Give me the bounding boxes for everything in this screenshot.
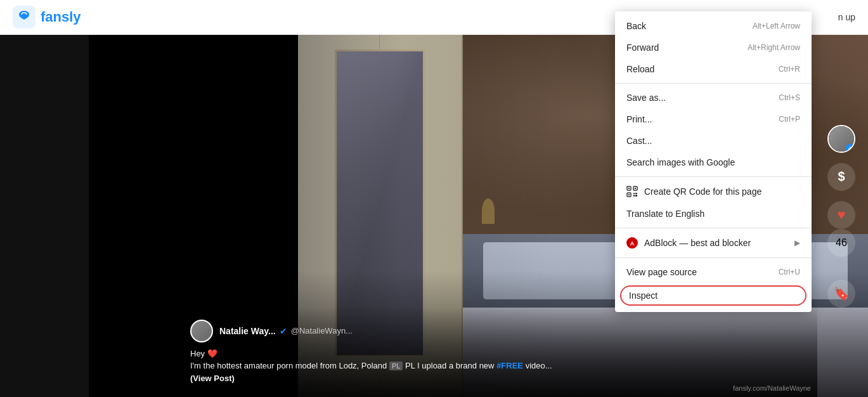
svg-rect-4 <box>635 188 636 189</box>
action-buttons: + $ ♥ 46 🔖 <box>827 125 855 308</box>
menu-item-print[interactable]: Print... Ctrl+P <box>615 108 812 130</box>
fansly-logo-icon <box>13 6 36 29</box>
qr-icon <box>626 186 638 197</box>
view-post[interactable]: (View Post) <box>190 372 805 385</box>
bookmark-button[interactable]: 🔖 <box>827 280 855 308</box>
menu-item-save-as[interactable]: Save as... Ctrl+S <box>615 87 812 108</box>
logo-text: fansly <box>41 9 81 25</box>
adblock-submenu-arrow: ▶ <box>794 238 800 247</box>
menu-label-create-qr: Create QR Code for this page <box>644 186 761 197</box>
sidebar-left <box>0 35 89 397</box>
menu-shortcut-save-as: Ctrl+S <box>779 93 800 102</box>
menu-item-back[interactable]: Back Alt+Left Arrow <box>615 15 812 37</box>
follow-badge: + <box>845 144 855 153</box>
menu-item-create-qr[interactable]: Create QR Code for this page <box>615 180 812 203</box>
hashtag-free: #FREE <box>496 361 523 370</box>
watermark: fansly.com/NatalieWayne <box>733 384 811 392</box>
svg-rect-7 <box>633 193 635 194</box>
menu-item-cast[interactable]: Cast... <box>615 130 812 152</box>
svg-text:A: A <box>630 240 635 247</box>
menu-label-cast: Cast... <box>626 136 652 146</box>
post-line1: Hey ❤️ <box>190 348 805 360</box>
user-name: Natalie Way... <box>219 326 276 336</box>
menu-item-reload[interactable]: Reload Ctrl+R <box>615 58 812 80</box>
user-avatar <box>190 320 213 342</box>
like-button[interactable]: ♥ <box>827 201 855 229</box>
menu-item-inspect[interactable]: Inspect <box>620 285 806 306</box>
menu-label-back: Back <box>626 21 646 31</box>
post-text: Hey ❤️ I'm the hottest amateur porn mode… <box>190 348 805 385</box>
menu-item-forward[interactable]: Forward Alt+Right Arrow <box>615 37 812 58</box>
menu-label-print: Print... <box>626 114 652 124</box>
tip-button[interactable]: $ <box>827 163 855 191</box>
menu-label-adblock: AdBlock — best ad blocker <box>644 238 751 248</box>
user-name-block: Natalie Way... ✔ @NatalieWayn... <box>219 326 353 336</box>
user-handle: @NatalieWayn... <box>291 326 353 335</box>
svg-rect-9 <box>633 195 635 197</box>
menu-item-left-qr: Create QR Code for this page <box>626 186 761 197</box>
svg-rect-8 <box>635 193 637 194</box>
user-info: Natalie Way... ✔ @NatalieWayn... <box>190 320 805 342</box>
dollar-icon: $ <box>838 169 845 184</box>
menu-shortcut-view-source: Ctrl+U <box>779 268 800 277</box>
menu-label-search-images: Search images with Google <box>626 157 735 167</box>
menu-item-translate[interactable]: Translate to English <box>615 203 812 225</box>
bottom-overlay: Natalie Way... ✔ @NatalieWayn... Hey ❤️ … <box>178 307 817 398</box>
menu-item-search-images[interactable]: Search images with Google <box>615 152 812 173</box>
menu-label-translate: Translate to English <box>626 209 704 219</box>
heart-icon: ♥ <box>837 207 845 223</box>
menu-label-view-source: View page source <box>626 267 697 277</box>
creator-avatar-button[interactable]: + <box>827 125 855 153</box>
bookmark-icon: 🔖 <box>834 286 850 301</box>
adblock-icon: A <box>626 237 638 249</box>
menu-label-forward: Forward <box>626 42 659 53</box>
menu-item-left-adblock: A AdBlock — best ad blocker <box>626 237 751 249</box>
menu-shortcut-forward: Alt+Right Arrow <box>748 43 800 52</box>
menu-shortcut-reload: Ctrl+R <box>779 65 800 74</box>
menu-label-save-as: Save as... <box>626 93 666 103</box>
like-count: 46 <box>827 229 855 257</box>
menu-shortcut-print: Ctrl+P <box>779 115 800 124</box>
menu-label-reload: Reload <box>626 64 654 74</box>
svg-rect-2 <box>628 188 630 189</box>
menu-divider-4 <box>615 257 812 258</box>
signup-text[interactable]: n up <box>838 12 855 22</box>
header-right: n up <box>838 12 855 22</box>
svg-rect-6 <box>628 194 630 195</box>
menu-item-adblock[interactable]: A AdBlock — best ad blocker ▶ <box>615 231 812 254</box>
verified-icon: ✔ <box>280 326 287 336</box>
menu-divider-1 <box>615 83 812 84</box>
svg-rect-10 <box>635 195 637 197</box>
menu-item-view-source[interactable]: View page source Ctrl+U <box>615 261 812 283</box>
menu-label-inspect: Inspect <box>629 290 657 301</box>
context-menu: Back Alt+Left Arrow Forward Alt+Right Ar… <box>615 11 812 312</box>
menu-shortcut-back: Alt+Left Arrow <box>753 22 800 30</box>
menu-divider-3 <box>615 228 812 228</box>
menu-divider-2 <box>615 176 812 177</box>
post-line2: I'm the hottest amateur porn model from … <box>190 360 805 372</box>
logo[interactable]: fansly <box>13 6 81 29</box>
